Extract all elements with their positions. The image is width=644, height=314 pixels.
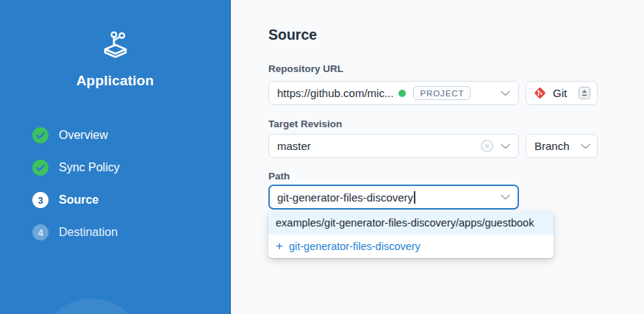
select-stepper-icon xyxy=(579,87,590,99)
step-overview[interactable]: Overview xyxy=(0,119,230,151)
application-box-branch-icon xyxy=(98,26,133,62)
plus-icon: + xyxy=(276,241,283,251)
revision-kind-value: Branch xyxy=(534,140,570,152)
step-label: Source xyxy=(59,193,99,207)
target-revision-value: master xyxy=(277,140,311,152)
check-circle-icon xyxy=(32,160,49,176)
repository-url-label: Repository URL xyxy=(268,63,644,75)
step-number-badge: 3 xyxy=(32,192,49,208)
clear-input-icon[interactable] xyxy=(481,140,493,152)
step-sync-policy[interactable]: Sync Policy xyxy=(0,151,230,184)
path-label: Path xyxy=(268,171,644,182)
wizard-sidebar: Application Overview Sync Policy 3 Sourc… xyxy=(0,0,231,314)
repository-url-input[interactable]: https://github.com/mic... PROJECT xyxy=(268,81,519,105)
path-value: git-generator-files-discovery xyxy=(277,191,413,204)
step-destination[interactable]: 4 Destination xyxy=(0,216,230,249)
target-revision-input[interactable]: master xyxy=(268,134,519,158)
wizard-steps: Overview Sync Policy 3 Source 4 Destinat… xyxy=(0,119,230,249)
step-label: Sync Policy xyxy=(59,161,120,174)
chevron-down-icon[interactable] xyxy=(501,143,510,149)
step-source[interactable]: 3 Source xyxy=(0,184,230,216)
step-label: Overview xyxy=(59,129,108,142)
target-revision-label: Target Revision xyxy=(268,118,644,130)
revision-kind-select[interactable]: Branch xyxy=(526,134,598,158)
chevron-down-icon[interactable] xyxy=(501,90,510,96)
git-icon xyxy=(533,86,547,100)
step-number-badge: 4 xyxy=(32,224,49,240)
target-revision-row: master Branch xyxy=(268,134,644,158)
project-scope-badge: PROJECT xyxy=(413,86,471,100)
path-suggestions-dropdown: examples/git-generator-files-discovery/a… xyxy=(268,211,554,258)
path-create-option[interactable]: + git-generator-files-discovery xyxy=(268,235,554,258)
sidebar-title: Application xyxy=(0,72,230,90)
path-create-label: git-generator-files-discovery xyxy=(289,240,421,252)
panel-heading: Source xyxy=(268,26,644,43)
chevron-down-icon[interactable] xyxy=(501,194,510,200)
step-label: Destination xyxy=(59,226,118,239)
repo-type-select[interactable]: Git xyxy=(526,81,598,105)
repo-type-value: Git xyxy=(553,87,567,99)
check-circle-icon xyxy=(32,127,49,143)
decorative-circle xyxy=(38,299,145,314)
path-row: git-generator-files-discovery xyxy=(268,185,644,210)
path-input[interactable]: git-generator-files-discovery xyxy=(268,185,519,210)
source-step-panel: Source Repository URL https://github.com… xyxy=(232,0,644,314)
repository-url-row: https://github.com/mic... PROJECT Git xyxy=(268,81,644,105)
repository-url-value: https://github.com/mic... xyxy=(277,87,393,99)
repo-connected-status-dot xyxy=(398,90,406,97)
chevron-down-icon xyxy=(581,143,590,149)
path-suggestion-option[interactable]: examples/git-generator-files-discovery/a… xyxy=(268,211,554,235)
text-caret xyxy=(414,191,415,204)
